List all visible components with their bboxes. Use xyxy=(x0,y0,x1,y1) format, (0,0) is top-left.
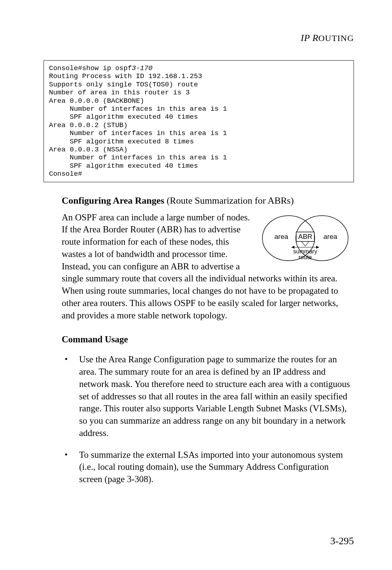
console-line: Number of interfaces in this area is 1 xyxy=(49,154,227,162)
header-routing: OUTING xyxy=(318,33,354,43)
console-line: SPF algorithm executed 8 times xyxy=(49,138,194,146)
header-ip: IP R xyxy=(301,33,318,43)
console-line: Area 0.0.0.0 (BACKBONE) xyxy=(49,97,144,105)
console-line: Number of interfaces in this area is 1 xyxy=(49,129,227,137)
command-usage-heading: Command Usage xyxy=(62,334,350,345)
page-header: IP ROUTING xyxy=(44,33,354,44)
abr-diagram: ABR area area summary route xyxy=(260,213,350,267)
diagram-svg: ABR area area summary route xyxy=(260,213,350,267)
console-line: Area 0.0.0.3 (NSSA) xyxy=(49,146,128,154)
command-usage-list: Use the Area Range Configuration page to… xyxy=(62,353,350,485)
console-line: Console#show ip ospf xyxy=(49,64,132,72)
section-title-bold: Configuring Area Ranges xyxy=(62,195,164,206)
console-line: SPF algorithm executed 40 times xyxy=(49,162,198,170)
console-line: SPF algorithm executed 40 times xyxy=(49,113,198,121)
console-line-italic: 3-170 xyxy=(132,64,152,72)
abr-label: ABR xyxy=(298,233,312,240)
route-label: route xyxy=(299,254,312,260)
console-line: Supports only single TOS(TOS0) route xyxy=(49,81,198,89)
list-item: Use the Area Range Configuration page to… xyxy=(62,353,350,439)
console-line: Number of area in this router is 3 xyxy=(49,89,190,97)
area-left-label: area xyxy=(274,233,288,240)
page-number: 3-295 xyxy=(330,535,354,547)
list-item: To summarize the external LSAs imported … xyxy=(62,449,350,485)
content-area: Configuring Area Ranges (Route Summariza… xyxy=(44,195,354,485)
section-title-rest: (Route Summarization for ABRs) xyxy=(164,195,294,206)
console-line: Number of interfaces in this area is 1 xyxy=(49,105,227,113)
svg-line-3 xyxy=(302,241,305,246)
console-line: Routing Process with ID 192.168.1.253 xyxy=(49,72,202,80)
area-right-label: area xyxy=(323,233,337,240)
svg-line-4 xyxy=(305,241,309,246)
console-line: Area 0.0.0.2 (STUB) xyxy=(49,121,128,129)
console-output-box: Console#show ip ospf3-170 Routing Proces… xyxy=(44,60,354,182)
summary-label: summary xyxy=(293,248,317,255)
console-line: Console# xyxy=(49,170,82,178)
section-heading: Configuring Area Ranges (Route Summariza… xyxy=(62,195,350,206)
